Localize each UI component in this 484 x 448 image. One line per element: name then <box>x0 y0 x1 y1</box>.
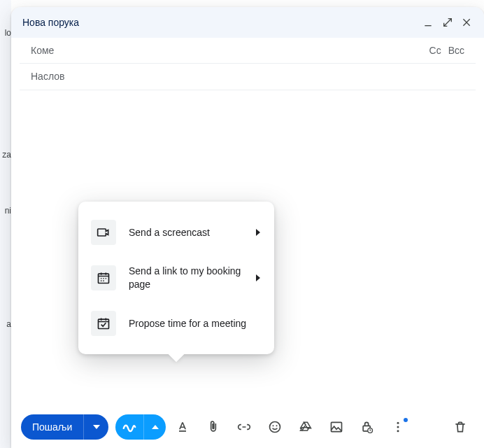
compose-header: Нова порука <box>11 7 484 38</box>
link-icon <box>237 420 251 434</box>
svg-point-3 <box>106 278 107 279</box>
svg-rect-6 <box>99 319 109 328</box>
svg-point-1 <box>101 278 102 279</box>
popup-item-label: Send a link to my booking page <box>129 265 242 291</box>
minimize-button[interactable] <box>418 13 438 32</box>
drive-icon <box>299 420 313 434</box>
fullscreen-button[interactable] <box>438 13 457 32</box>
send-button[interactable]: Пошаљи <box>21 414 83 440</box>
chevron-right-icon <box>255 226 262 239</box>
svg-point-14 <box>397 426 399 428</box>
emoji-icon <box>268 420 282 434</box>
more-options-button[interactable] <box>384 414 412 440</box>
close-icon <box>462 17 473 28</box>
compose-title: Нова порука <box>22 17 418 28</box>
bcc-toggle[interactable]: Bcc <box>448 45 464 56</box>
recipients-row[interactable]: Коме Cc Bcc <box>20 38 476 64</box>
compose-toolbar: Пошаљи <box>11 406 484 448</box>
video-camera-icon <box>91 220 116 245</box>
popup-item-label: Propose time for a meeting <box>129 317 262 330</box>
drive-button[interactable] <box>292 414 320 440</box>
svg-point-8 <box>273 425 274 426</box>
more-vertical-icon <box>391 420 405 434</box>
triangle-down-icon <box>93 424 100 430</box>
subject-row <box>20 63 476 90</box>
compose-window: Нова порука Коме Cc Bcc Send a screencas… <box>11 7 484 448</box>
popup-item-propose-time[interactable]: Propose time for a meeting <box>78 301 274 346</box>
triangle-up-icon <box>152 424 159 430</box>
confidential-button[interactable] <box>353 414 381 440</box>
expand-icon <box>442 17 453 28</box>
svg-point-4 <box>101 280 102 281</box>
popup-item-booking[interactable]: Send a link to my booking page <box>78 255 274 301</box>
svg-point-15 <box>397 430 399 432</box>
image-icon <box>329 420 343 434</box>
text-format-icon <box>176 420 190 434</box>
recipients-label: Коме <box>31 45 54 56</box>
discard-button[interactable] <box>446 414 474 440</box>
popup-item-label: Send a screencast <box>129 226 242 239</box>
link-button[interactable] <box>230 414 258 440</box>
send-button-group: Пошаљи <box>21 414 108 440</box>
attach-button[interactable] <box>199 414 227 440</box>
minimize-icon <box>422 17 434 28</box>
emoji-button[interactable] <box>261 414 289 440</box>
calendar-grid-icon <box>91 265 116 290</box>
image-button[interactable] <box>322 414 350 440</box>
close-button[interactable] <box>457 13 477 32</box>
formatting-button[interactable] <box>169 414 197 440</box>
trash-icon <box>453 420 467 434</box>
chevron-right-icon <box>255 272 262 284</box>
extension-logo-icon <box>122 419 137 435</box>
subject-input[interactable] <box>31 71 464 82</box>
paperclip-icon <box>206 420 220 434</box>
popup-item-screencast[interactable]: Send a screencast <box>78 210 274 255</box>
svg-point-13 <box>397 422 399 424</box>
extension-main-button[interactable] <box>115 414 143 440</box>
svg-point-2 <box>103 278 104 279</box>
compose-body[interactable]: Send a screencast Send a link to my book… <box>11 90 484 406</box>
lock-clock-icon <box>360 420 374 434</box>
cc-toggle[interactable]: Cc <box>429 45 441 56</box>
extension-button-group <box>115 414 166 440</box>
extension-menu-button[interactable] <box>143 414 166 440</box>
svg-point-9 <box>276 425 278 426</box>
background-sidebar-fragment: lo za ni a <box>0 0 11 448</box>
send-options-button[interactable] <box>83 414 108 440</box>
notification-dot-icon <box>404 418 408 422</box>
svg-point-7 <box>270 422 280 433</box>
svg-point-5 <box>103 280 104 281</box>
calendar-check-icon <box>91 311 116 336</box>
extension-popup: Send a screencast Send a link to my book… <box>78 202 274 354</box>
